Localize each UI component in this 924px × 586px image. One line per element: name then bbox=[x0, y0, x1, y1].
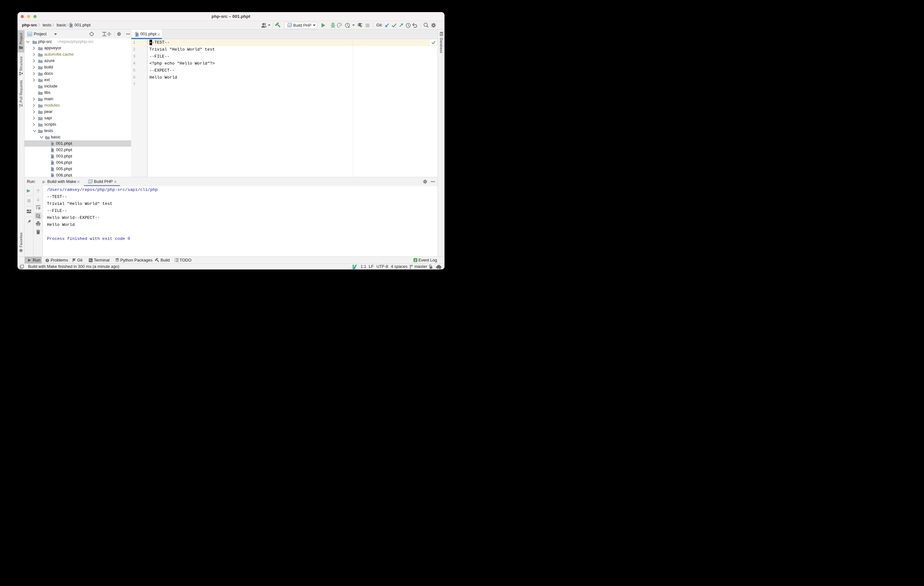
svg-text:2: 2 bbox=[414, 258, 416, 262]
